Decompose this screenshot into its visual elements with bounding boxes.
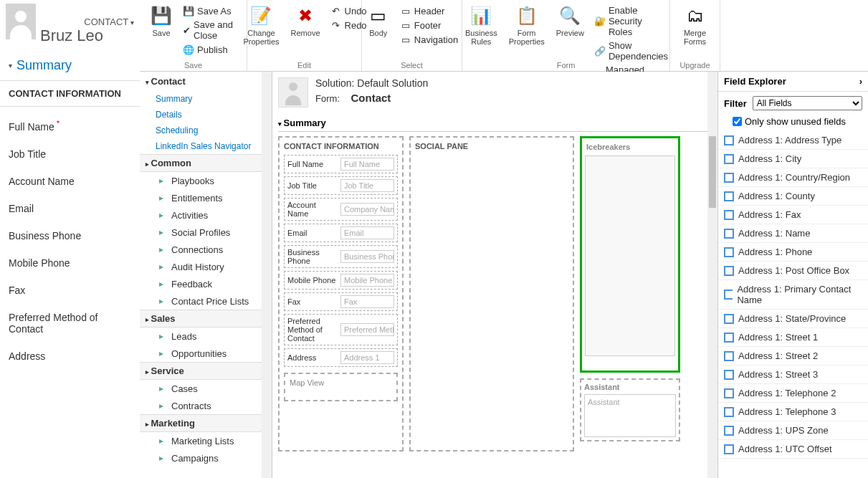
merge-forms-button[interactable]: 🗂Merge Forms bbox=[676, 3, 714, 47]
form-field[interactable]: Preferred Method of ContactPreferred Met… bbox=[284, 314, 398, 345]
tree-item[interactable]: ▸Entitlements bbox=[140, 189, 272, 206]
change-properties-button[interactable]: 📝Change Properties bbox=[239, 3, 283, 47]
field-label[interactable]: Business Phone bbox=[0, 222, 140, 249]
form-field[interactable]: Mobile PhoneMobile Phone bbox=[284, 271, 398, 290]
filter-select[interactable]: All Fields bbox=[753, 96, 862, 110]
tree-link[interactable]: LinkedIn Sales Navigator bbox=[140, 138, 272, 154]
expand-icon[interactable]: › bbox=[859, 76, 862, 87]
tree-item[interactable]: ▸Campaigns bbox=[140, 449, 272, 467]
tree-item[interactable]: ▸Marketing Lists bbox=[140, 432, 272, 449]
field-placeholder: Fax bbox=[340, 295, 394, 308]
tree-item[interactable]: ▸Activities bbox=[140, 206, 272, 224]
save-as-button[interactable]: 💾Save As bbox=[180, 4, 241, 17]
tree-item[interactable]: ▸Playbooks bbox=[140, 172, 272, 189]
field-explorer-item[interactable]: Address 1: Post Office Box bbox=[718, 262, 868, 280]
form-field[interactable]: Job TitleJob Title bbox=[284, 176, 398, 195]
save-button[interactable]: 💾Save bbox=[146, 3, 177, 56]
tree-item[interactable]: ▸Contracts bbox=[140, 397, 272, 414]
field-explorer-item[interactable]: Address 1: Street 3 bbox=[718, 365, 868, 384]
field-explorer-item[interactable]: Address 1: City bbox=[718, 150, 868, 168]
field-icon bbox=[724, 210, 734, 220]
field-explorer-item[interactable]: Address 1: Telephone 2 bbox=[718, 384, 868, 403]
tree-item[interactable]: ▸Contact Price Lists bbox=[140, 292, 272, 310]
form-field[interactable]: AddressAddress 1 bbox=[284, 348, 398, 367]
remove-button[interactable]: ✖Remove bbox=[287, 3, 325, 47]
tree-item[interactable]: ▸Social Profiles bbox=[140, 224, 272, 241]
tree-link[interactable]: Summary bbox=[140, 91, 272, 107]
assistant-section[interactable]: Assistant Assistant bbox=[580, 378, 680, 441]
field-label[interactable]: Email bbox=[0, 195, 140, 222]
field-explorer-item[interactable]: Address 1: UPS Zone bbox=[718, 421, 868, 440]
save-close-button[interactable]: ✔Save and Close bbox=[180, 19, 241, 42]
field-icon bbox=[724, 314, 734, 324]
tree-root-contact[interactable]: Contact bbox=[140, 72, 272, 91]
field-explorer-item[interactable]: Address 1: Telephone 3 bbox=[718, 403, 868, 421]
contact-info-column[interactable]: CONTACT INFORMATION Full NameFull NameJo… bbox=[278, 136, 404, 451]
tree-group-service[interactable]: Service bbox=[140, 362, 272, 380]
field-explorer-item[interactable]: Address 1: Primary Contact Name bbox=[718, 280, 868, 310]
field-label[interactable]: Mobile Phone bbox=[0, 249, 140, 277]
field-label: Preferred Method of Contact bbox=[287, 317, 338, 343]
form-field[interactable]: Full NameFull Name bbox=[284, 155, 398, 173]
field-label[interactable]: Preferred Method of Contact bbox=[0, 304, 140, 343]
footer-button[interactable]: ▭Footer bbox=[397, 19, 461, 32]
tree-group-marketing[interactable]: Marketing bbox=[140, 414, 272, 432]
icebreakers-section[interactable]: Icebreakers bbox=[580, 136, 680, 373]
field-icon bbox=[724, 426, 734, 436]
field-label: Fax bbox=[287, 297, 338, 306]
contact-type-dropdown[interactable]: CONTACT bbox=[84, 16, 134, 27]
tree-item[interactable]: ▸Opportunities bbox=[140, 345, 272, 362]
tree-scrollbar[interactable] bbox=[262, 72, 272, 478]
show-dependencies-button[interactable]: 🔗Show Dependencies bbox=[591, 39, 671, 62]
field-label[interactable]: Full Name bbox=[0, 111, 140, 140]
social-pane-column[interactable]: SOCIAL PANE bbox=[409, 136, 574, 451]
ribbon: 💾Save 💾Save As ✔Save and Close 🌐Publish … bbox=[140, 0, 868, 72]
unused-fields-checkbox[interactable] bbox=[733, 117, 742, 126]
navigation-button[interactable]: ▭Navigation bbox=[397, 33, 461, 46]
form-field[interactable]: EmailEmail bbox=[284, 224, 398, 242]
field-icon bbox=[724, 229, 734, 239]
tree-item[interactable]: ▸Audit History bbox=[140, 258, 272, 275]
header-button[interactable]: ▭Header bbox=[397, 4, 461, 17]
form-field[interactable]: Business PhoneBusiness Phone bbox=[284, 245, 398, 268]
tree-item[interactable]: ▸Cases bbox=[140, 380, 272, 397]
tree-item[interactable]: ▸Feedback bbox=[140, 275, 272, 292]
canvas-summary-header[interactable]: Summary bbox=[278, 115, 712, 132]
field-explorer-item[interactable]: Address 1: Street 2 bbox=[718, 347, 868, 365]
field-label[interactable]: Fax bbox=[0, 277, 140, 304]
entity-icon: ▸ bbox=[156, 278, 167, 290]
field-explorer-item[interactable]: Address 1: Street 1 bbox=[718, 328, 868, 347]
field-icon bbox=[724, 173, 734, 183]
contact-summary-pane: CONTACT Bruz Leo Summary CONTACT INFORMA… bbox=[0, 0, 140, 478]
field-explorer-item[interactable]: Address 1: County bbox=[718, 187, 868, 206]
field-label[interactable]: Job Title bbox=[0, 140, 140, 168]
field-explorer-item[interactable]: Address 1: State/Province bbox=[718, 310, 868, 328]
field-explorer-item[interactable]: Address 1: Fax bbox=[718, 206, 868, 224]
tree-link[interactable]: Scheduling bbox=[140, 123, 272, 138]
field-placeholder: Company Name bbox=[340, 203, 394, 216]
field-label[interactable]: Account Name bbox=[0, 168, 140, 195]
security-roles-button[interactable]: 🔐Enable Security Roles bbox=[591, 4, 671, 38]
field-explorer-item[interactable]: Address 1: UTC Offset bbox=[718, 440, 868, 459]
tree-item[interactable]: ▸Connections bbox=[140, 241, 272, 258]
canvas-scrollbar[interactable] bbox=[707, 72, 717, 478]
form-field[interactable]: FaxFax bbox=[284, 292, 398, 311]
summary-header[interactable]: Summary bbox=[0, 51, 140, 80]
field-placeholder: Address 1 bbox=[340, 351, 394, 364]
entity-icon: ▸ bbox=[156, 261, 167, 272]
field-placeholder: Job Title bbox=[340, 179, 394, 192]
solution-label: Solution: Default Solution bbox=[315, 77, 428, 89]
field-explorer-item[interactable]: Address 1: Phone bbox=[718, 243, 868, 262]
tree-item[interactable]: ▸Leads bbox=[140, 328, 272, 345]
map-view-section[interactable]: Map View bbox=[284, 373, 398, 401]
body-button[interactable]: ▭Body bbox=[363, 3, 394, 46]
field-explorer-item[interactable]: Address 1: Address Type bbox=[718, 131, 868, 150]
tree-group-sales[interactable]: Sales bbox=[140, 310, 272, 328]
tree-link[interactable]: Details bbox=[140, 107, 272, 123]
field-explorer-item[interactable]: Address 1: Name bbox=[718, 224, 868, 243]
form-field[interactable]: Account NameCompany Name bbox=[284, 198, 398, 221]
field-explorer-item[interactable]: Address 1: Country/Region bbox=[718, 168, 868, 187]
tree-group-common[interactable]: Common bbox=[140, 154, 272, 172]
publish-button[interactable]: 🌐Publish bbox=[180, 43, 241, 56]
field-label[interactable]: Address bbox=[0, 343, 140, 370]
